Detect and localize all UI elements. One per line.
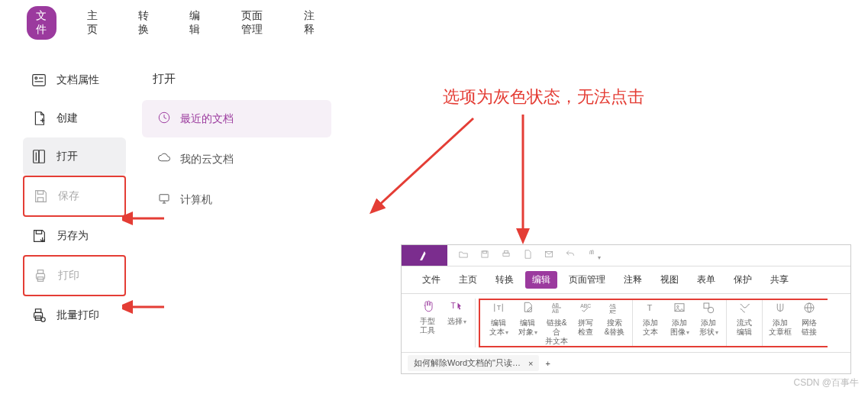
menu-label: 文档属性 bbox=[56, 73, 99, 87]
menu-label: 打印 bbox=[58, 269, 79, 283]
tool-label: 流式编辑 bbox=[737, 318, 752, 337]
rtab-form[interactable]: 表单 bbox=[690, 271, 722, 289]
sub-computer[interactable]: 计算机 bbox=[142, 181, 331, 218]
qat-doc-icon[interactable] bbox=[522, 249, 533, 263]
svg-text:T: T bbox=[647, 303, 653, 312]
svg-rect-25 bbox=[160, 195, 169, 201]
svg-point-49 bbox=[677, 305, 679, 307]
svg-line-24 bbox=[164, 118, 166, 119]
sub-header: 打开 bbox=[137, 61, 336, 97]
arrow-annotation-left bbox=[366, 111, 489, 218]
save-icon bbox=[32, 188, 49, 205]
rtab-page[interactable]: 页面管理 bbox=[562, 271, 612, 289]
tool-add-image[interactable]: 添加图像▾ bbox=[666, 300, 693, 346]
tool-label: 添加文本 bbox=[643, 318, 658, 337]
svg-text:AB: AB bbox=[552, 308, 560, 314]
rtab-convert[interactable]: 转换 bbox=[489, 271, 521, 289]
svg-text:AB: AB bbox=[552, 302, 560, 308]
menu-create[interactable]: 创建 bbox=[23, 99, 126, 137]
svg-rect-33 bbox=[483, 250, 487, 253]
open-icon bbox=[31, 148, 47, 165]
svg-point-51 bbox=[708, 307, 714, 313]
rtab-edit[interactable]: 编辑 bbox=[525, 271, 557, 289]
rtab-home[interactable]: 主页 bbox=[452, 271, 484, 289]
tab-edit[interactable]: 编辑 bbox=[180, 6, 210, 40]
link-merge-icon: ABAB bbox=[550, 300, 563, 315]
rtab-annotate[interactable]: 注释 bbox=[617, 271, 649, 289]
watermark: CSDN @百事牛 bbox=[793, 376, 859, 389]
menu-print: 打印 bbox=[24, 257, 124, 295]
tool-label: 网络链接 bbox=[802, 318, 817, 337]
tool-web-link[interactable]: 网络链接 bbox=[795, 300, 823, 346]
sub-cloud-docs[interactable]: 我的云文档 bbox=[142, 140, 331, 178]
tool-flow-edit[interactable]: 流式编辑 bbox=[731, 300, 758, 346]
spell-icon: ABC bbox=[579, 300, 592, 315]
menu-label: 创建 bbox=[56, 111, 78, 125]
qat-open-icon[interactable] bbox=[458, 249, 469, 263]
tool-select[interactable]: T选择▾ bbox=[443, 299, 470, 347]
qat-hand-icon[interactable]: ▾ bbox=[586, 249, 601, 263]
sub-label: 我的云文档 bbox=[180, 153, 234, 166]
tool-article[interactable]: 添加文章框 bbox=[766, 300, 794, 346]
qat-mail-icon[interactable] bbox=[544, 249, 554, 263]
tool-label: 编辑文本▾ bbox=[489, 318, 508, 337]
menu-save-as[interactable]: 另存为 bbox=[23, 217, 126, 255]
qat-save-icon[interactable] bbox=[479, 249, 490, 263]
svg-text:T: T bbox=[497, 304, 502, 312]
main-tabs: 文件 主页 转换 编辑 页面管理 注释 bbox=[11, 0, 340, 46]
doc-tab-title: 如何解除Word文档的"只读… bbox=[414, 357, 521, 369]
tab-convert[interactable]: 转换 bbox=[129, 6, 159, 40]
qat-print-icon[interactable] bbox=[501, 249, 511, 263]
tab-annotate[interactable]: 注释 bbox=[295, 6, 324, 40]
rtab-share[interactable]: 共享 bbox=[763, 271, 795, 289]
ribbon-tabs: 文件 主页 转换 编辑 页面管理 注释 视图 表单 保护 共享 bbox=[402, 266, 850, 294]
svg-point-1 bbox=[35, 77, 37, 79]
flow-edit-icon bbox=[737, 300, 751, 315]
tool-label: 搜索&替换 bbox=[605, 318, 625, 337]
tool-find-replace[interactable]: ABAC搜索&替换 bbox=[601, 300, 628, 346]
svg-rect-50 bbox=[704, 303, 709, 308]
menu-batch-print[interactable]: 批量打印 bbox=[23, 296, 126, 334]
tool-edit-text[interactable]: T编辑文本▾ bbox=[485, 300, 512, 346]
menu-doc-props[interactable]: 文档属性 bbox=[23, 61, 126, 99]
tab-home[interactable]: 主页 bbox=[78, 6, 108, 40]
menu-label: 保存 bbox=[58, 189, 79, 203]
tool-spell[interactable]: ABC拼写检查 bbox=[572, 300, 599, 346]
tab-page-manage[interactable]: 页面管理 bbox=[232, 6, 273, 40]
svg-text:AB: AB bbox=[609, 303, 615, 308]
close-icon[interactable]: × bbox=[528, 359, 533, 368]
cloud-icon bbox=[157, 151, 171, 167]
menu-label: 另存为 bbox=[56, 229, 89, 243]
svg-text:ABC: ABC bbox=[580, 303, 591, 308]
sub-recent-docs[interactable]: 最近的文档 bbox=[142, 100, 331, 137]
tab-file[interactable]: 文件 bbox=[27, 6, 56, 40]
edit-text-icon: T bbox=[492, 300, 505, 315]
tool-add-text[interactable]: T添加文本 bbox=[637, 300, 664, 346]
svg-rect-0 bbox=[33, 75, 46, 86]
rtab-view[interactable]: 视图 bbox=[653, 271, 686, 289]
svg-rect-11 bbox=[37, 191, 43, 195]
qat-undo-icon[interactable] bbox=[565, 249, 576, 263]
menu-open[interactable]: 打开 bbox=[23, 137, 126, 176]
tool-edit-object[interactable]: 编辑对象▾ bbox=[514, 300, 541, 346]
tool-label: 手型工具 bbox=[420, 317, 435, 335]
svg-rect-32 bbox=[482, 250, 488, 257]
highlight-box-ribbon: T编辑文本▾ 编辑对象▾ ABAB链接&合并文本 ABC拼写检查 ABAC搜索&… bbox=[479, 299, 828, 347]
save-as-icon bbox=[31, 228, 47, 244]
arrow-to-save bbox=[122, 209, 168, 228]
print-icon bbox=[32, 267, 49, 284]
document-tab[interactable]: 如何解除Word文档的"只读… × bbox=[408, 355, 539, 371]
svg-point-21 bbox=[41, 318, 46, 322]
tool-label: 添加形状▾ bbox=[699, 318, 718, 337]
highlight-box-print: 打印 bbox=[23, 255, 126, 296]
tool-hand[interactable]: 手型工具 bbox=[414, 299, 441, 347]
new-tab-button[interactable]: + bbox=[545, 359, 550, 368]
tool-add-shape[interactable]: 添加形状▾ bbox=[695, 300, 722, 346]
quick-access-toolbar: ▾ bbox=[447, 245, 611, 266]
tool-label: 链接&合并文本 bbox=[543, 318, 570, 346]
annotation-text: 选项为灰色状态，无法点击 bbox=[443, 86, 644, 108]
highlight-box-save: 保存 bbox=[23, 176, 126, 217]
tool-link-merge[interactable]: ABAB链接&合并文本 bbox=[543, 300, 570, 346]
rtab-protect[interactable]: 保护 bbox=[727, 271, 759, 289]
rtab-file[interactable]: 文件 bbox=[415, 271, 447, 289]
